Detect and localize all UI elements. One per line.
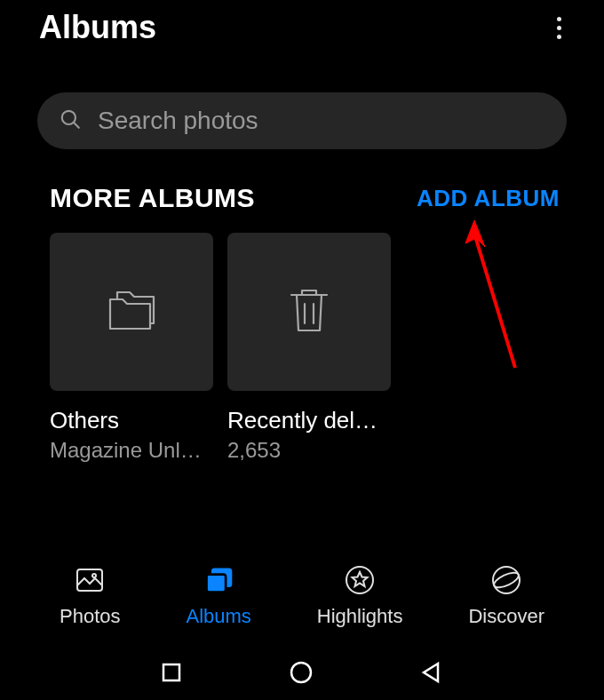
album-thumb xyxy=(227,233,391,391)
search-icon xyxy=(59,107,82,134)
svg-rect-4 xyxy=(77,569,102,591)
highlights-icon xyxy=(344,564,376,600)
svg-point-10 xyxy=(492,569,521,591)
back-button[interactable] xyxy=(420,661,443,688)
page-title: Albums xyxy=(39,9,156,46)
svg-rect-11 xyxy=(163,664,179,680)
home-button[interactable] xyxy=(289,660,314,688)
nav-label: Discover xyxy=(468,605,544,628)
nav-albums[interactable]: Albums xyxy=(180,564,256,628)
svg-line-1 xyxy=(74,123,78,127)
album-recently-deleted[interactable]: Recently del… 2,653 xyxy=(227,233,391,463)
albums-grid: Others Magazine Unlo… Recently del… 2,65… xyxy=(0,233,604,463)
svg-point-5 xyxy=(92,574,96,577)
nav-discover[interactable]: Discover xyxy=(463,564,550,628)
nav-label: Albums xyxy=(186,605,250,628)
photos-icon xyxy=(74,564,106,600)
album-subtitle: Magazine Unlo… xyxy=(50,438,213,463)
bottom-nav: Photos Albums Highlights Discover xyxy=(0,564,604,644)
section-title: MORE ALBUMS xyxy=(50,183,255,213)
albums-icon xyxy=(203,564,234,600)
nav-photos[interactable]: Photos xyxy=(54,564,126,628)
album-others[interactable]: Others Magazine Unlo… xyxy=(50,233,213,463)
recent-apps-button[interactable] xyxy=(161,662,182,687)
svg-rect-7 xyxy=(207,575,226,593)
album-thumb xyxy=(50,233,213,391)
album-name: Others xyxy=(50,407,213,434)
more-vert-icon xyxy=(557,17,561,39)
svg-point-12 xyxy=(291,663,311,682)
folder-icon xyxy=(105,287,158,337)
album-name: Recently del… xyxy=(227,407,391,434)
nav-label: Highlights xyxy=(317,605,403,628)
search-input[interactable]: Search photos xyxy=(37,92,567,149)
section-header: MORE ALBUMS ADD ALBUM xyxy=(0,149,604,233)
system-nav xyxy=(0,648,604,700)
add-album-button[interactable]: ADD ALBUM xyxy=(417,185,560,212)
trash-icon xyxy=(286,284,332,339)
more-menu-button[interactable] xyxy=(550,10,568,46)
discover-icon xyxy=(490,564,522,600)
nav-highlights[interactable]: Highlights xyxy=(312,564,409,628)
album-subtitle: 2,653 xyxy=(227,438,391,463)
nav-label: Photos xyxy=(60,605,121,628)
header: Albums xyxy=(0,0,604,52)
search-placeholder: Search photos xyxy=(98,107,258,135)
